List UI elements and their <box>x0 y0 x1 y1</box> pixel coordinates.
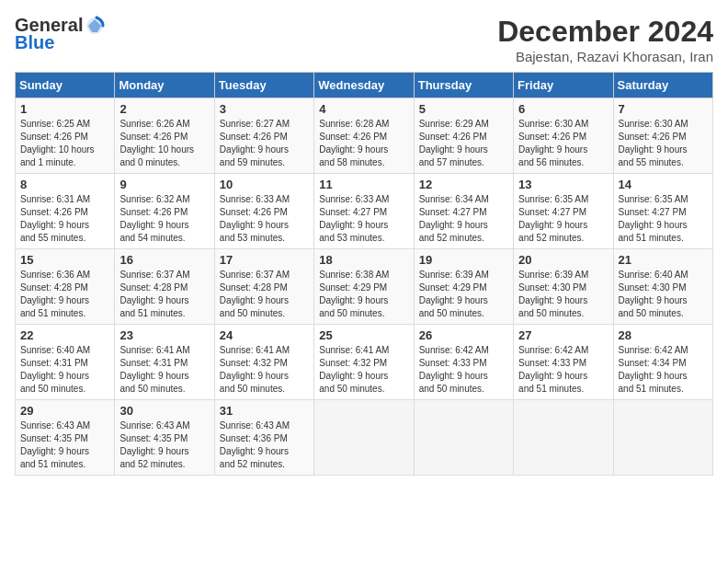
calendar-day-cell: 4Sunrise: 6:28 AMSunset: 4:26 PMDaylight… <box>314 98 414 174</box>
day-number: 21 <box>619 253 708 267</box>
calendar-day-cell: 15Sunrise: 6:36 AMSunset: 4:28 PMDayligh… <box>16 249 115 325</box>
calendar-day-cell: 12Sunrise: 6:34 AMSunset: 4:27 PMDayligh… <box>414 174 513 249</box>
logo-blue: Blue <box>15 32 54 53</box>
day-info: Sunrise: 6:37 AMSunset: 4:28 PMDaylight:… <box>119 269 209 320</box>
day-number: 30 <box>119 404 209 418</box>
calendar-day-cell <box>613 400 712 476</box>
day-info: Sunrise: 6:40 AMSunset: 4:31 PMDaylight:… <box>20 344 109 396</box>
day-of-week-header: Monday <box>115 73 214 98</box>
day-number: 15 <box>20 253 109 267</box>
calendar-day-cell: 17Sunrise: 6:37 AMSunset: 4:28 PMDayligh… <box>214 249 313 325</box>
day-number: 17 <box>220 253 309 267</box>
calendar-day-cell: 25Sunrise: 6:41 AMSunset: 4:32 PMDayligh… <box>314 325 414 400</box>
logo: General Blue <box>15 15 107 53</box>
calendar-day-cell <box>314 400 414 476</box>
calendar-day-cell: 28Sunrise: 6:42 AMSunset: 4:34 PMDayligh… <box>613 325 712 400</box>
day-info: Sunrise: 6:32 AMSunset: 4:26 PMDaylight:… <box>119 193 209 245</box>
calendar-day-cell: 24Sunrise: 6:41 AMSunset: 4:32 PMDayligh… <box>214 325 313 400</box>
calendar-day-cell: 11Sunrise: 6:33 AMSunset: 4:27 PMDayligh… <box>314 174 414 249</box>
logo-icon <box>85 16 105 36</box>
calendar-week-row: 15Sunrise: 6:36 AMSunset: 4:28 PMDayligh… <box>16 249 713 325</box>
calendar-day-cell: 30Sunrise: 6:43 AMSunset: 4:35 PMDayligh… <box>115 400 214 476</box>
day-number: 18 <box>319 253 408 267</box>
calendar-day-cell: 14Sunrise: 6:35 AMSunset: 4:27 PMDayligh… <box>613 174 712 249</box>
day-info: Sunrise: 6:28 AMSunset: 4:26 PMDaylight:… <box>319 118 408 169</box>
calendar-day-cell: 2Sunrise: 6:26 AMSunset: 4:26 PMDaylight… <box>115 98 214 174</box>
calendar-day-cell: 8Sunrise: 6:31 AMSunset: 4:26 PMDaylight… <box>16 174 115 249</box>
day-number: 20 <box>518 253 608 267</box>
day-info: Sunrise: 6:39 AMSunset: 4:30 PMDaylight:… <box>518 269 608 320</box>
calendar-day-cell: 3Sunrise: 6:27 AMSunset: 4:26 PMDaylight… <box>214 98 313 174</box>
calendar-day-cell: 23Sunrise: 6:41 AMSunset: 4:31 PMDayligh… <box>115 325 214 400</box>
day-info: Sunrise: 6:43 AMSunset: 4:36 PMDaylight:… <box>220 419 309 471</box>
day-info: Sunrise: 6:36 AMSunset: 4:28 PMDaylight:… <box>20 269 109 320</box>
day-number: 22 <box>20 328 109 342</box>
day-number: 12 <box>419 178 508 191</box>
day-number: 4 <box>319 102 408 116</box>
day-number: 23 <box>119 328 209 342</box>
day-number: 16 <box>119 253 209 267</box>
day-info: Sunrise: 6:41 AMSunset: 4:32 PMDaylight:… <box>319 344 408 396</box>
calendar-day-cell: 19Sunrise: 6:39 AMSunset: 4:29 PMDayligh… <box>414 249 513 325</box>
day-of-week-header: Tuesday <box>214 73 313 98</box>
day-of-week-header: Friday <box>514 73 613 98</box>
calendar-day-cell: 21Sunrise: 6:40 AMSunset: 4:30 PMDayligh… <box>613 249 712 325</box>
calendar-day-cell: 22Sunrise: 6:40 AMSunset: 4:31 PMDayligh… <box>16 325 115 400</box>
calendar-day-cell <box>414 400 513 476</box>
day-number: 13 <box>518 178 608 191</box>
day-number: 8 <box>20 178 109 191</box>
calendar-day-cell: 1Sunrise: 6:25 AMSunset: 4:26 PMDaylight… <box>16 98 115 174</box>
day-info: Sunrise: 6:39 AMSunset: 4:29 PMDaylight:… <box>419 269 508 320</box>
location-subtitle: Bajestan, Razavi Khorasan, Iran <box>497 49 713 64</box>
day-number: 1 <box>20 102 109 116</box>
calendar-day-cell: 5Sunrise: 6:29 AMSunset: 4:26 PMDaylight… <box>414 98 513 174</box>
calendar-table: SundayMondayTuesdayWednesdayThursdayFrid… <box>15 72 713 476</box>
day-number: 14 <box>619 178 708 191</box>
day-info: Sunrise: 6:33 AMSunset: 4:27 PMDaylight:… <box>319 193 408 245</box>
day-number: 7 <box>619 102 708 116</box>
calendar-week-row: 1Sunrise: 6:25 AMSunset: 4:26 PMDaylight… <box>16 98 713 174</box>
calendar-header-row: SundayMondayTuesdayWednesdayThursdayFrid… <box>16 73 713 98</box>
day-number: 2 <box>119 102 209 116</box>
day-info: Sunrise: 6:41 AMSunset: 4:32 PMDaylight:… <box>220 344 309 396</box>
day-info: Sunrise: 6:42 AMSunset: 4:34 PMDaylight:… <box>619 344 708 396</box>
calendar-day-cell: 6Sunrise: 6:30 AMSunset: 4:26 PMDaylight… <box>514 98 613 174</box>
calendar-week-row: 29Sunrise: 6:43 AMSunset: 4:35 PMDayligh… <box>16 400 713 476</box>
day-info: Sunrise: 6:43 AMSunset: 4:35 PMDaylight:… <box>119 419 209 471</box>
day-number: 29 <box>20 404 109 418</box>
calendar-day-cell: 10Sunrise: 6:33 AMSunset: 4:26 PMDayligh… <box>214 174 313 249</box>
calendar-day-cell: 29Sunrise: 6:43 AMSunset: 4:35 PMDayligh… <box>16 400 115 476</box>
day-number: 11 <box>319 178 408 191</box>
day-info: Sunrise: 6:30 AMSunset: 4:26 PMDaylight:… <box>619 118 708 169</box>
day-number: 26 <box>419 328 508 342</box>
calendar-week-row: 8Sunrise: 6:31 AMSunset: 4:26 PMDaylight… <box>16 174 713 249</box>
day-info: Sunrise: 6:40 AMSunset: 4:30 PMDaylight:… <box>619 269 708 320</box>
day-number: 19 <box>419 253 508 267</box>
calendar-day-cell: 27Sunrise: 6:42 AMSunset: 4:33 PMDayligh… <box>514 325 613 400</box>
month-title: December 2024 <box>497 15 713 49</box>
day-number: 9 <box>119 178 209 191</box>
day-info: Sunrise: 6:38 AMSunset: 4:29 PMDaylight:… <box>319 269 408 320</box>
day-info: Sunrise: 6:25 AMSunset: 4:26 PMDaylight:… <box>20 118 109 169</box>
day-info: Sunrise: 6:29 AMSunset: 4:26 PMDaylight:… <box>419 118 508 169</box>
calendar-day-cell: 26Sunrise: 6:42 AMSunset: 4:33 PMDayligh… <box>414 325 513 400</box>
day-of-week-header: Wednesday <box>314 73 414 98</box>
day-number: 25 <box>319 328 408 342</box>
calendar-day-cell: 18Sunrise: 6:38 AMSunset: 4:29 PMDayligh… <box>314 249 414 325</box>
day-number: 31 <box>220 404 309 418</box>
calendar-day-cell: 16Sunrise: 6:37 AMSunset: 4:28 PMDayligh… <box>115 249 214 325</box>
day-info: Sunrise: 6:31 AMSunset: 4:26 PMDaylight:… <box>20 193 109 245</box>
day-number: 27 <box>518 328 608 342</box>
day-info: Sunrise: 6:42 AMSunset: 4:33 PMDaylight:… <box>518 344 608 396</box>
day-info: Sunrise: 6:34 AMSunset: 4:27 PMDaylight:… <box>419 193 508 245</box>
day-info: Sunrise: 6:43 AMSunset: 4:35 PMDaylight:… <box>20 419 109 471</box>
calendar-day-cell: 7Sunrise: 6:30 AMSunset: 4:26 PMDaylight… <box>613 98 712 174</box>
calendar-day-cell: 31Sunrise: 6:43 AMSunset: 4:36 PMDayligh… <box>214 400 313 476</box>
day-of-week-header: Sunday <box>16 73 115 98</box>
page-header: General Blue December 2024 Bajestan, Raz… <box>15 15 713 64</box>
calendar-day-cell: 13Sunrise: 6:35 AMSunset: 4:27 PMDayligh… <box>514 174 613 249</box>
day-info: Sunrise: 6:41 AMSunset: 4:31 PMDaylight:… <box>119 344 209 396</box>
day-info: Sunrise: 6:26 AMSunset: 4:26 PMDaylight:… <box>119 118 209 169</box>
day-info: Sunrise: 6:30 AMSunset: 4:26 PMDaylight:… <box>518 118 608 169</box>
day-number: 3 <box>220 102 309 116</box>
